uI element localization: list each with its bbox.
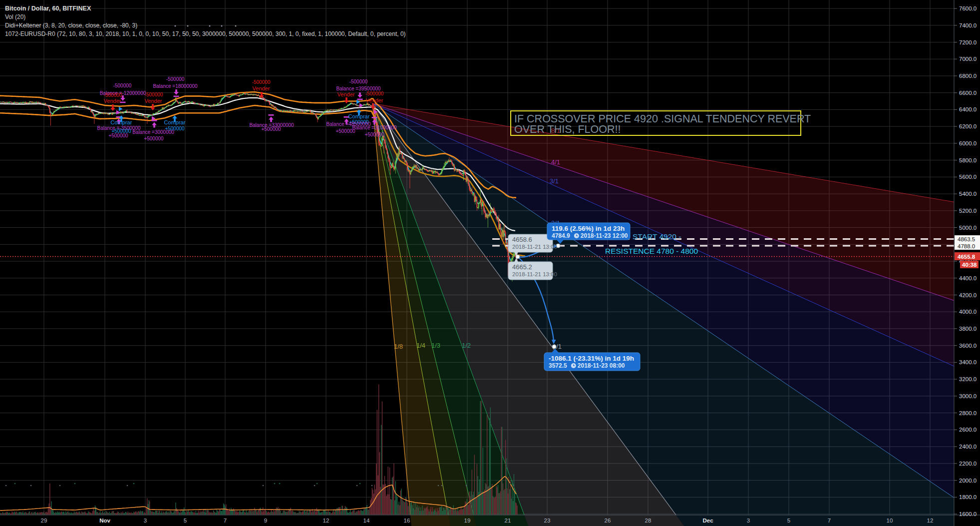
svg-text:-500000: -500000 [365,91,384,96]
svg-text:Vender: Vender [145,98,162,104]
svg-text:21: 21 [505,518,511,524]
svg-text:6600.0: 6600.0 [959,90,977,96]
svg-text:4655.8: 4655.8 [958,254,976,260]
svg-text:7: 7 [224,518,227,524]
svg-text:-1086.1 (-23.31%) in 1d 19h: -1086.1 (-23.31%) in 1d 19h [549,355,634,362]
svg-text:Dec: Dec [702,518,713,524]
svg-text:4665.2: 4665.2 [512,263,532,271]
svg-text:40:38: 40:38 [962,262,977,268]
svg-text:Vender: Vender [366,97,383,103]
svg-text:29: 29 [41,518,47,524]
svg-text:2000.0: 2000.0 [959,478,977,484]
svg-text:2018-11-23 08:00: 2018-11-23 08:00 [578,362,625,369]
svg-text:-500000: -500000 [252,79,271,85]
svg-text:5000.0: 5000.0 [959,225,977,231]
svg-text:6400.0: 6400.0 [959,106,977,112]
svg-text:4784.9: 4784.9 [552,232,570,239]
svg-text:3/1: 3/1 [550,177,559,185]
svg-text:Vender: Vender [337,91,355,97]
svg-text:Didi+Keltener (3, 8, 20, close: Didi+Keltener (3, 8, 20, close, close, c… [5,22,137,29]
svg-text:26: 26 [605,518,611,524]
svg-text:3572.5: 3572.5 [549,362,567,369]
svg-text:RESISTENCE 4780 - 4800: RESISTENCE 4780 - 4800 [605,247,698,255]
svg-text:2400.0: 2400.0 [959,444,977,450]
svg-text:7: 7 [828,518,831,524]
svg-text:Balance =31000000: Balance =31000000 [352,125,397,130]
svg-text:5200.0: 5200.0 [959,208,977,214]
svg-text:-500000: -500000 [349,79,368,84]
svg-text:16: 16 [404,518,410,524]
svg-text:6200.0: 6200.0 [959,123,977,129]
svg-text:4200.0: 4200.0 [959,292,977,298]
svg-text:Vender: Vender [104,98,121,104]
svg-text:6800.0: 6800.0 [959,73,977,79]
svg-text:Balance =18000000: Balance =18000000 [153,83,198,89]
svg-text:3: 3 [747,518,750,524]
svg-text:1/8: 1/8 [394,343,403,350]
svg-text:12: 12 [323,518,329,524]
svg-text:1600.0: 1600.0 [959,511,977,517]
svg-text:5: 5 [787,518,790,524]
svg-text:3000.0: 3000.0 [959,393,977,399]
svg-text:4/1: 4/1 [551,158,560,166]
svg-text:7000.0: 7000.0 [959,56,977,62]
svg-text:6000.0: 6000.0 [959,140,977,146]
svg-text:Comprar: Comprar [348,113,370,119]
svg-text:28: 28 [645,518,652,524]
svg-text:+500000: +500000 [261,126,281,132]
svg-text:-500000: -500000 [104,92,122,98]
svg-text:2018-11-21 13:00: 2018-11-21 13:00 [512,244,557,250]
svg-text:3800.0: 3800.0 [959,326,977,332]
svg-text:+500000: +500000 [144,136,164,141]
svg-text:-500000: -500000 [166,76,185,82]
svg-text:5800.0: 5800.0 [959,157,977,163]
svg-text:7400.0: 7400.0 [959,22,977,28]
svg-text:7200.0: 7200.0 [959,39,977,45]
svg-text:Bitcoin / Dollar, 60, BITFINEX: Bitcoin / Dollar, 60, BITFINEX [5,5,91,12]
svg-text:Comprar: Comprar [164,119,186,125]
svg-text:+500000: +500000 [364,132,384,137]
svg-text:+500000: +500000 [165,126,185,131]
svg-text:-500000: -500000 [113,83,132,88]
svg-text:2600.0: 2600.0 [959,427,977,433]
svg-text:4400.0: 4400.0 [959,275,977,281]
svg-text:12: 12 [927,518,934,524]
svg-text:1/4: 1/4 [416,342,425,349]
svg-text:2018-11-21 13:00: 2018-11-21 13:00 [512,271,557,277]
svg-text:+500000: +500000 [108,133,128,138]
svg-text:14: 14 [363,518,370,524]
svg-text:4000.0: 4000.0 [959,309,977,315]
svg-text:9: 9 [264,518,267,524]
svg-text:1072-EURUSD-R0 (72, 10, 80, 3,: 1072-EURUSD-R0 (72, 10, 80, 3, 10, 2018,… [5,30,406,37]
svg-text:4863.5: 4863.5 [958,236,975,242]
svg-text:OVER THIS, FLOOR!!: OVER THIS, FLOOR!! [514,123,621,135]
svg-text:5400.0: 5400.0 [959,191,977,197]
svg-text:1/2: 1/2 [462,342,471,349]
svg-text:2200.0: 2200.0 [959,461,977,467]
svg-text:3: 3 [144,518,147,524]
svg-text:1800.0: 1800.0 [959,494,977,500]
svg-text:23: 23 [544,518,551,524]
svg-text:119.6 (2.56%) in 1d 23h: 119.6 (2.56%) in 1d 23h [552,225,625,232]
svg-text:Nov: Nov [99,518,110,524]
svg-text:5: 5 [184,518,187,524]
svg-text:10: 10 [887,518,893,524]
svg-text:7600.0: 7600.0 [959,5,977,11]
svg-text:START 4920 -: START 4920 - [633,232,681,241]
svg-text:3200.0: 3200.0 [959,376,977,382]
svg-text:Vol (20): Vol (20) [5,13,25,20]
svg-text:3400.0: 3400.0 [959,359,977,365]
svg-text:2018-11-23 12:00: 2018-11-23 12:00 [581,232,628,239]
svg-text:Vender: Vender [253,85,270,91]
svg-text:Comprar: Comprar [111,119,132,125]
svg-text:5600.0: 5600.0 [959,174,977,180]
svg-text:19: 19 [464,518,471,524]
svg-text:1/3: 1/3 [431,342,440,349]
svg-text:3600.0: 3600.0 [959,343,977,349]
svg-text:4788.0: 4788.0 [958,243,975,249]
svg-text:-500000: -500000 [145,92,163,97]
svg-text:2800.0: 2800.0 [959,410,977,416]
svg-text:4658.6: 4658.6 [512,236,532,243]
